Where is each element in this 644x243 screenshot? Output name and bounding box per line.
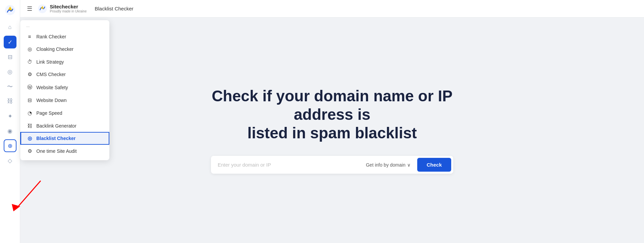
svg-line-4 — [17, 181, 40, 208]
dropdown-scroll-hint: ··· — [20, 23, 109, 30]
sidebar-logo-icon — [5, 5, 15, 15]
arrow-svg — [7, 178, 54, 215]
dropdown-website-down[interactable]: ⊟ Website Down — [20, 94, 109, 107]
arrow-annotation — [7, 178, 54, 216]
website-safety-label: Website Safety — [36, 85, 68, 90]
sidebar-dashboard-btn[interactable]: ✓ — [4, 36, 16, 48]
dropdown-cloaking-checker[interactable]: ◎ Cloaking Checker — [20, 43, 109, 56]
link-strategy-icon: ⏱ — [26, 59, 33, 65]
dropdown-cms-checker[interactable]: ⚙ CMS Checker — [20, 68, 109, 81]
get-info-button[interactable]: Get info by domain ∨ — [362, 160, 415, 170]
check-label: Check — [427, 162, 442, 168]
sidebar-logo — [5, 5, 15, 15]
domain-input[interactable] — [218, 162, 359, 168]
page-speed-label: Page Speed — [36, 110, 62, 116]
sidebar-pulse-btn[interactable]: 〜 — [4, 80, 16, 93]
logo-text: Sitechecker Proudly made in Ukraine — [50, 4, 87, 13]
site-audit-label: One time Site Audit — [36, 148, 77, 154]
logo-name: Sitechecker — [50, 4, 87, 10]
get-info-chevron: ∨ — [407, 162, 410, 168]
dropdown-panel: ··· ≡ Rank Checker ◎ Cloaking Checker ⏱ … — [20, 20, 109, 160]
logo-image — [38, 4, 47, 13]
sidebar-magic-btn[interactable]: ✦ — [4, 110, 16, 123]
dropdown-link-strategy[interactable]: ⏱ Link Strategy — [20, 56, 109, 68]
top-header: ☰ Sitechecker Proudly made in Ukraine Bl… — [20, 0, 644, 18]
get-info-label: Get info by domain — [366, 162, 405, 168]
dropdown-rank-checker[interactable]: ≡ Rank Checker — [20, 30, 109, 43]
search-bar: Get info by domain ∨ Check — [211, 156, 453, 174]
sidebar-home-btn[interactable]: ⌂ — [4, 21, 16, 34]
link-strategy-label: Link Strategy — [36, 59, 64, 65]
blacklist-checker-label: Blacklist Checker — [36, 136, 76, 141]
hero-title-line1: Check if your domain name or IP address … — [211, 87, 453, 124]
cloaking-checker-label: Cloaking Checker — [36, 46, 74, 52]
main-content: Check if your domain name or IP address … — [20, 18, 644, 243]
rank-checker-icon: ≡ — [26, 34, 33, 39]
hero-title-line2: listed in spam blacklist — [211, 124, 453, 142]
dropdown-backlink-generator[interactable]: ⛓ Backlink Generator — [20, 119, 109, 132]
page-title: Blacklist Checker — [95, 6, 134, 11]
sidebar-table-btn[interactable]: ⊟ — [4, 50, 16, 63]
sidebar-link-btn[interactable]: ⛓ — [4, 95, 16, 108]
logo: Sitechecker Proudly made in Ukraine — [38, 4, 87, 13]
website-down-label: Website Down — [36, 98, 67, 103]
cms-checker-label: CMS Checker — [36, 72, 66, 77]
hero-section: Check if your domain name or IP address … — [198, 87, 467, 174]
check-button[interactable]: Check — [417, 158, 451, 172]
cms-checker-icon: ⚙ — [26, 71, 33, 77]
backlink-generator-icon: ⛓ — [26, 123, 33, 129]
logo-subtitle: Proudly made in Ukraine — [50, 9, 87, 13]
cloaking-checker-icon: ◎ — [26, 46, 33, 52]
website-down-icon: ⊟ — [26, 97, 33, 103]
sidebar-plus-btn[interactable]: ⊕ — [4, 139, 16, 152]
blacklist-checker-icon: ◎ — [26, 135, 33, 141]
website-safety-icon: Ⓦ — [26, 84, 33, 91]
hero-title: Check if your domain name or IP address … — [211, 87, 453, 143]
dropdown-site-audit[interactable]: ⚙ One time Site Audit — [20, 145, 109, 158]
rank-checker-label: Rank Checker — [36, 34, 66, 39]
sidebar-eye-btn[interactable]: ◉ — [4, 125, 16, 137]
dropdown-page-speed[interactable]: ◔ Page Speed — [20, 107, 109, 119]
page-speed-icon: ◔ — [26, 110, 33, 116]
sidebar-gauge-btn[interactable]: ◎ — [4, 65, 16, 78]
menu-icon[interactable]: ☰ — [27, 5, 32, 12]
backlink-generator-label: Backlink Generator — [36, 123, 76, 129]
dropdown-blacklist-checker[interactable]: ◎ Blacklist Checker — [20, 132, 109, 145]
site-audit-icon: ⚙ — [26, 148, 33, 154]
dropdown-website-safety[interactable]: Ⓦ Website Safety — [20, 81, 109, 94]
sidebar-diamond-btn[interactable]: ◇ — [4, 154, 16, 167]
